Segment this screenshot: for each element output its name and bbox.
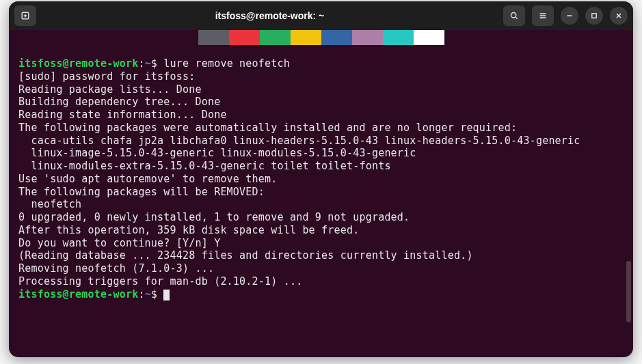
color-swatch bbox=[383, 30, 414, 45]
terminal-output-line: Processing triggers for man-db (2.10.2-1… bbox=[18, 275, 624, 288]
terminal-content[interactable]: itsfoss@remote-work:~$ lure remove neofe… bbox=[9, 45, 633, 310]
terminal-window: itsfoss@remote-work: ~ bbox=[9, 1, 633, 357]
terminal-output-line: neofetch bbox=[18, 198, 624, 211]
color-swatch bbox=[321, 30, 352, 45]
command-text: lure remove neofetch bbox=[163, 57, 290, 70]
new-tab-button[interactable] bbox=[14, 5, 36, 26]
prompt-user-host: itsfoss@remote-work bbox=[18, 288, 138, 300]
prompt-path: ~ bbox=[145, 57, 151, 70]
terminal-output-line: caca-utils chafa jp2a libchafa0 linux-he… bbox=[18, 135, 624, 148]
color-swatch bbox=[229, 30, 260, 45]
terminal-output-line: linux-modules-extra-5.15.0-43-generic to… bbox=[18, 160, 624, 173]
close-button[interactable] bbox=[610, 7, 628, 25]
prompt-user-host: itsfoss@remote-work bbox=[18, 57, 138, 70]
prompt-line-1: itsfoss@remote-work:~$ lure remove neofe… bbox=[18, 57, 624, 70]
terminal-output-line: (Reading database ... 234428 files and d… bbox=[18, 249, 624, 262]
scrollbar-thumb[interactable] bbox=[626, 261, 631, 322]
maximize-button[interactable] bbox=[585, 7, 603, 25]
color-swatch bbox=[291, 30, 321, 45]
cursor-icon bbox=[163, 290, 170, 300]
color-palette-bar bbox=[9, 30, 633, 45]
titlebar-left bbox=[14, 5, 36, 26]
terminal-output-line: [sudo] password for itsfoss: bbox=[18, 70, 624, 83]
terminal-output-line: Use 'sudo apt autoremove' to remove them… bbox=[18, 173, 624, 186]
color-swatch bbox=[352, 30, 383, 45]
titlebar-right bbox=[503, 5, 628, 26]
terminal-output-line: Do you want to continue? [Y/n] Y bbox=[18, 237, 624, 250]
color-swatch bbox=[414, 30, 444, 45]
minimize-button[interactable] bbox=[561, 7, 578, 25]
menu-button[interactable] bbox=[532, 5, 554, 26]
terminal-output-line: 0 upgraded, 0 newly installed, 1 to remo… bbox=[18, 211, 624, 224]
terminal-output-line: Removing neofetch (7.1.0-3) ... bbox=[18, 262, 624, 275]
terminal-output-line: Reading state information... Done bbox=[18, 109, 624, 122]
color-swatch bbox=[260, 30, 291, 45]
terminal-output-line: Reading package lists... Done bbox=[18, 83, 624, 96]
terminal-output-line: linux-image-5.15.0-43-generic linux-modu… bbox=[18, 147, 624, 160]
terminal-output-line: After this operation, 359 kB disk space … bbox=[18, 224, 624, 237]
terminal-output-line: Building dependency tree... Done bbox=[18, 96, 624, 109]
terminal-output-line: The following packages were automaticall… bbox=[18, 122, 624, 135]
titlebar: itsfoss@remote-work: ~ bbox=[9, 1, 633, 30]
color-swatch bbox=[198, 30, 229, 45]
prompt-path: ~ bbox=[145, 288, 151, 300]
svg-point-1 bbox=[511, 12, 516, 17]
search-button[interactable] bbox=[503, 5, 525, 26]
window-title: itsfoss@remote-work: ~ bbox=[36, 10, 503, 21]
terminal-output-line: The following packages will be REMOVED: bbox=[18, 186, 624, 199]
prompt-line-2: itsfoss@remote-work:~$ bbox=[18, 288, 624, 301]
svg-rect-2 bbox=[592, 14, 596, 18]
